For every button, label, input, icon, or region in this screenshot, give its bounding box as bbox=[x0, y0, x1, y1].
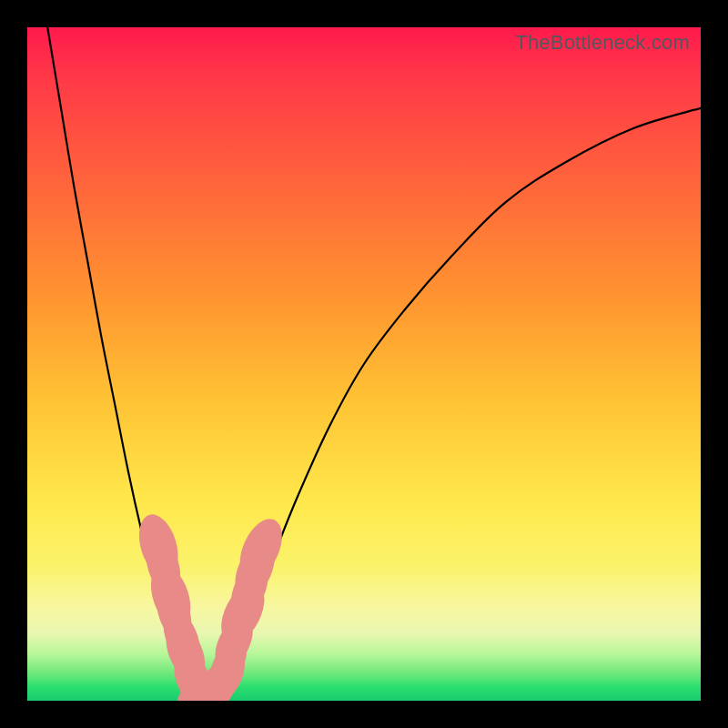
curve-layer bbox=[27, 27, 701, 701]
curve-right-branch bbox=[199, 108, 701, 698]
plot-area: TheBottleneck.com bbox=[27, 27, 701, 701]
chart-frame: TheBottleneck.com bbox=[0, 0, 728, 728]
marker-group bbox=[132, 510, 290, 701]
